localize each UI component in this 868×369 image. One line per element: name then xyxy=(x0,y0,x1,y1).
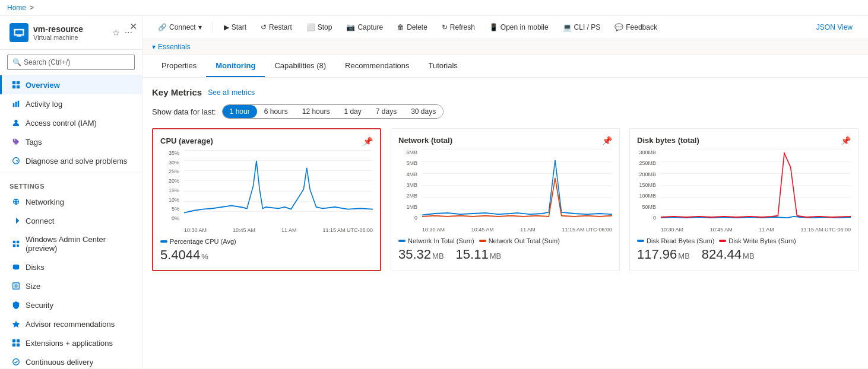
tab-capabilities[interactable]: Capabilities (8) xyxy=(265,55,335,77)
connect-icon: 🔗 xyxy=(158,23,167,31)
networking-icon xyxy=(11,197,21,206)
search-box[interactable]: 🔍 Search (Ctrl+/) xyxy=(7,55,135,70)
disk-write-legend: Disk Write Bytes (Sum) xyxy=(719,237,796,244)
key-metrics-title: Key Metrics xyxy=(152,87,202,97)
sidebar-item-overview[interactable]: Overview xyxy=(0,75,142,94)
tab-properties[interactable]: Properties xyxy=(152,55,206,77)
svg-rect-16 xyxy=(13,244,15,247)
cli-ps-button[interactable]: 💻 CLI / PS xyxy=(557,21,607,34)
time-pill-7d[interactable]: 7 days xyxy=(369,105,404,118)
cli-icon: 💻 xyxy=(563,23,572,31)
sidebar-item-extensions[interactable]: Extensions + applications xyxy=(0,333,142,352)
sidebar-item-continuous[interactable]: Continuous delivery xyxy=(0,352,142,368)
restart-icon: ↺ xyxy=(261,23,267,31)
sidebar-item-security[interactable]: Security xyxy=(0,295,142,314)
sidebar-item-windows-admin[interactable]: Windows Admin Center (preview) xyxy=(0,230,142,257)
sidebar-item-tags[interactable]: Tags xyxy=(0,132,142,151)
network-out-dot xyxy=(479,240,486,242)
disk-chart-title: Disk bytes (total) xyxy=(637,136,851,145)
sidebar-item-connect[interactable]: Connect xyxy=(0,211,142,230)
sidebar-disks-label: Disks xyxy=(26,263,45,272)
mobile-icon: 📱 xyxy=(489,23,498,31)
sidebar-item-disks[interactable]: Disks xyxy=(0,257,142,276)
disk-chart-plot xyxy=(661,149,851,221)
svg-point-17 xyxy=(17,244,19,247)
connect-dropdown-icon: ▾ xyxy=(198,23,202,31)
network-chart-card: Network (total) 📌 6MB 5MB 4MB 3MB 2MB 1M… xyxy=(391,128,620,271)
sidebar-networking-label: Networking xyxy=(26,198,64,206)
capture-button[interactable]: 📷 Capture xyxy=(340,21,389,34)
cpu-pin-icon[interactable]: 📌 xyxy=(363,136,373,146)
cpu-svg xyxy=(184,150,373,221)
network-in-dot xyxy=(398,240,406,242)
network-svg xyxy=(422,149,612,221)
json-view-button[interactable]: JSON View xyxy=(810,21,859,34)
sidebar-item-advisor[interactable]: Advisor recommendations xyxy=(0,314,142,333)
extensions-icon xyxy=(11,338,21,348)
open-mobile-button[interactable]: 📱 Open in mobile xyxy=(483,21,555,34)
time-filter-label: Show data for last: xyxy=(152,107,216,116)
sidebar-item-activity-log[interactable]: Activity log xyxy=(0,94,142,113)
disk-svg xyxy=(661,149,851,221)
sidebar-iam-label: Access control (IAM) xyxy=(26,119,97,128)
security-icon xyxy=(11,300,21,310)
tab-tutorials[interactable]: Tutorials xyxy=(419,55,467,77)
tab-monitoring[interactable]: Monitoring xyxy=(206,55,265,77)
start-button[interactable]: ▶ Start xyxy=(218,21,252,34)
overview-icon xyxy=(11,80,21,90)
delivery-icon xyxy=(11,357,21,367)
sidebar-connect-label: Connect xyxy=(26,217,54,225)
disk-metric-row: 117.96 MB 824.44 MB xyxy=(637,247,851,262)
cpu-metric-row: 5.4044 % xyxy=(160,247,373,263)
tab-recommendations[interactable]: Recommendations xyxy=(335,55,419,77)
sidebar-activity-label: Activity log xyxy=(26,100,62,109)
sidebar-item-diagnose[interactable]: ? Diagnose and solve problems xyxy=(0,151,142,170)
sidebar-item-networking[interactable]: Networking xyxy=(0,192,142,211)
svg-rect-23 xyxy=(12,343,15,346)
close-button[interactable]: ✕ xyxy=(129,21,137,32)
disk-pin-icon[interactable]: 📌 xyxy=(841,136,851,145)
feedback-button[interactable]: 💬 Feedback xyxy=(609,21,663,34)
network-pin-icon[interactable]: 📌 xyxy=(602,136,612,145)
svg-rect-6 xyxy=(17,85,20,88)
time-pill-1h[interactable]: 1 hour xyxy=(223,105,257,118)
diagnose-icon: ? xyxy=(11,156,21,166)
cpu-legend-dot xyxy=(160,240,167,243)
refresh-button[interactable]: ↻ Refresh xyxy=(436,21,481,34)
svg-rect-8 xyxy=(15,102,17,107)
capture-icon: 📷 xyxy=(346,23,355,31)
time-pill-30d[interactable]: 30 days xyxy=(404,105,443,118)
refresh-icon: ↻ xyxy=(442,23,448,31)
time-pill-1d[interactable]: 1 day xyxy=(337,105,368,118)
disk-read-metric: 117.96 MB xyxy=(637,247,690,262)
toolbar: 🔗 Connect ▾ ▶ Start ↺ Restart ⬜ Stop 📷 C… xyxy=(142,16,868,39)
network-chart-plot xyxy=(422,149,612,221)
sidebar-item-size[interactable]: Size xyxy=(0,276,142,295)
home-link[interactable]: Home xyxy=(7,4,26,12)
cpu-chart-plot xyxy=(184,150,373,221)
network-out-metric: 15.11 MB xyxy=(456,247,502,262)
sidebar-tags-label: Tags xyxy=(26,138,42,147)
search-container: 🔍 Search (Ctrl+/) xyxy=(0,50,142,75)
stop-button[interactable]: ⬜ Stop xyxy=(300,21,338,34)
settings-section-header: Settings xyxy=(0,176,142,192)
essentials-toggle[interactable]: ▾ Essentials xyxy=(152,43,191,51)
time-pill-12h[interactable]: 12 hours xyxy=(295,105,337,118)
cpu-chart-card: CPU (average) 📌 35% 30% 25% 20% 15% 10% … xyxy=(152,128,381,271)
vm-name: vm-resource xyxy=(33,24,107,34)
restart-button[interactable]: ↺ Restart xyxy=(255,21,298,34)
time-pill-6h[interactable]: 6 hours xyxy=(257,105,295,118)
star-icon[interactable]: ☆ xyxy=(112,28,120,37)
sidebar-item-access-control[interactable]: Access control (IAM) xyxy=(0,113,142,132)
see-all-metrics-link[interactable]: See all metrics xyxy=(208,88,255,97)
vm-subtitle: Virtual machine xyxy=(33,34,107,41)
network-in-metric: 35.32 MB xyxy=(398,247,444,262)
sidebar-extensions-label: Extensions + applications xyxy=(26,339,113,348)
cpu-x-axis: 10:30 AM 10:45 AM 11 AM 11:15 AM UTC-06:… xyxy=(184,227,373,233)
delete-icon: 🗑 xyxy=(397,23,404,31)
svg-rect-21 xyxy=(12,339,15,342)
network-metric-row: 35.32 MB 15.11 MB xyxy=(398,247,612,262)
connect-button[interactable]: 🔗 Connect ▾ xyxy=(152,21,208,34)
delete-button[interactable]: 🗑 Delete xyxy=(391,21,433,34)
tabs-area: Properties Monitoring Capabilities (8) R… xyxy=(142,55,868,78)
